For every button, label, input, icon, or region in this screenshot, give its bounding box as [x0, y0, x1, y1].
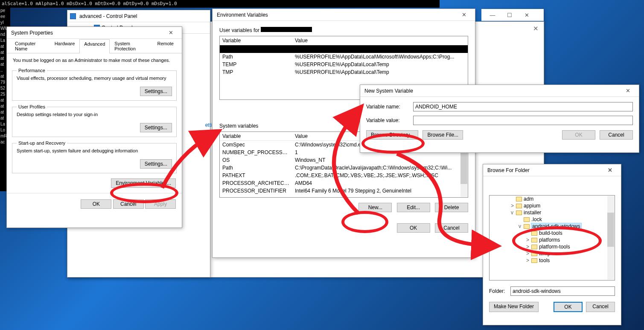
system-properties-window: System Properties ✕ Computer NameHardwar… [6, 26, 182, 228]
environment-variables-button[interactable]: Environment Variables... [111, 178, 176, 188]
sys-new-button[interactable]: New... [358, 203, 392, 212]
performance-group: Performance Visual effects, processor sc… [12, 68, 177, 101]
sysprops-note: You must be logged on as an Administrato… [7, 53, 182, 64]
new-var-close-icon[interactable]: ✕ [619, 88, 636, 94]
sysprops-apply-button[interactable]: Apply [145, 199, 176, 209]
control-panel-title: advanced - Control Panel [78, 13, 207, 19]
table-row[interactable]: TEMP%USERPROFILE%\AppData\Local\Temp [220, 61, 468, 68]
table-row[interactable]: PROCESSOR_ARCHITECTUREAMD64 [220, 179, 468, 187]
sys-edit-button[interactable]: Edit... [397, 203, 430, 212]
table-row[interactable]: Path%USERPROFILE%\AppData\Local\Microsof… [220, 53, 468, 61]
tree-item-adm[interactable]: adm [511, 196, 615, 202]
table-row[interactable]: TMP%USERPROFILE%\AppData\Local\Temp [220, 68, 468, 76]
redacted-username [261, 27, 312, 32]
performance-desc: Visual effects, processor scheduling, me… [17, 76, 172, 81]
folder-label: Folder: [489, 288, 510, 294]
tab-advanced[interactable]: Advanced [79, 39, 110, 53]
terminal-top: alScale=1.0 mAlpha=1.0 mDsDx=1.0 mDtDx=0… [0, 0, 440, 8]
new-var-cancel-button[interactable]: Cancel [600, 130, 633, 140]
env-vars-close-icon[interactable]: ✕ [455, 12, 472, 18]
table-row[interactable] [220, 45, 468, 53]
table-row[interactable]: PATHEXT.COM;.EXE;.BAT;.CMD;.VBS;.VBE;.JS… [220, 172, 468, 179]
tree-item-build-tools[interactable]: build-tools [511, 230, 615, 237]
tree-item-platform-tools[interactable]: >platform-tools [511, 243, 615, 250]
browse-ok-button[interactable]: OK [554, 302, 583, 312]
user-col-variable[interactable]: Variable [220, 36, 292, 45]
user-profiles-settings-button[interactable]: Settings... [140, 123, 172, 132]
tree-item-platforms[interactable]: >platforms [511, 237, 615, 243]
browse-close-icon[interactable]: ✕ [601, 167, 618, 173]
user-profiles-group: User Profiles Desktop settings related t… [12, 104, 177, 137]
env-cancel-button[interactable]: Cancel [435, 223, 468, 233]
tree-item-temp[interactable]: >temp [511, 250, 615, 257]
performance-legend: Performance [17, 68, 47, 73]
tab-remote[interactable]: Remote [152, 39, 178, 53]
var-name-label: Variable name: [366, 104, 413, 110]
startup-desc: System start-up, system failure and debu… [17, 148, 172, 153]
new-sys-var-window: New System Variable ✕ Variable name: Var… [360, 85, 639, 153]
user-profiles-desc: Desktop settings related to your sign-in [17, 112, 172, 117]
sys-col-variable[interactable]: Variable [220, 132, 292, 141]
startup-settings-button[interactable]: Settings... [140, 159, 172, 169]
var-name-input[interactable] [413, 102, 633, 111]
tree-item-installer[interactable]: vinstaller [511, 209, 615, 216]
browse-directory-button[interactable]: Browse Directory... [366, 130, 418, 140]
var-value-label: Variable value: [366, 117, 413, 123]
table-row[interactable]: OSWindows_NT [220, 156, 468, 164]
tab-system-protection[interactable]: System Protection [110, 39, 152, 53]
folder-input[interactable] [510, 286, 615, 296]
startup-legend: Start-up and Recovery [17, 140, 67, 146]
user-vars-label: User variables for [219, 27, 261, 33]
make-new-folder-button[interactable]: Make New Folder [489, 302, 539, 312]
var-value-input[interactable] [413, 116, 633, 125]
browse-title: Browse For Folder [486, 167, 601, 173]
tree-item-tools[interactable]: >tools [511, 257, 615, 264]
sysprops-cancel-button[interactable]: Cancel [113, 199, 144, 209]
table-row[interactable]: PathC:\ProgramData\Oracle\Java\javapath;… [220, 164, 468, 172]
sys-delete-button[interactable]: Delete [435, 203, 468, 212]
new-var-ok-button[interactable]: OK [562, 130, 595, 140]
bg-min[interactable]: — [484, 12, 501, 18]
sysprops-ok-button[interactable]: OK [81, 199, 111, 209]
tree-item-appium[interactable]: >appium [511, 202, 615, 209]
sysprops-title: System Properties [9, 30, 162, 36]
folder-tree[interactable]: adm>appiumvinstaller.lockvandroid-sdk-wi… [489, 195, 615, 280]
sysprops-tabs: Computer NameHardwareAdvancedSystem Prot… [7, 39, 182, 53]
control-panel-icon [70, 13, 76, 19]
bg-max[interactable]: ☐ [501, 12, 518, 18]
env-ok-button[interactable]: OK [397, 223, 430, 233]
startup-group: Start-up and Recovery System start-up, s… [12, 140, 177, 173]
browse-file-button[interactable]: Browse File... [423, 130, 463, 140]
bg-x[interactable]: ✕ [533, 25, 539, 32]
tree-item-android-sdk-windows[interactable]: vandroid-sdk-windows [511, 223, 615, 230]
bg-close[interactable]: ✕ [518, 12, 535, 18]
tree-scroll-thumb[interactable] [607, 213, 614, 247]
performance-settings-button[interactable]: Settings... [140, 87, 172, 96]
user-col-value[interactable]: Value [292, 36, 468, 45]
env-vars-title: Environment Variables [215, 12, 455, 18]
tab-computer-name[interactable]: Computer Name [10, 39, 50, 53]
new-var-title: New System Variable [363, 88, 619, 94]
tab-hardware[interactable]: Hardware [50, 39, 80, 53]
browse-folder-window: Browse For Folder ✕ adm>appiumvinstaller… [483, 164, 621, 325]
table-row[interactable]: PROCESSOR_IDENTIFIERIntel64 Family 6 Mod… [220, 187, 468, 195]
browse-cancel-button[interactable]: Cancel [586, 302, 615, 312]
sysprops-close-icon[interactable]: ✕ [162, 29, 179, 36]
user-profiles-legend: User Profiles [17, 104, 47, 109]
tree-item--lock[interactable]: .lock [511, 216, 615, 223]
